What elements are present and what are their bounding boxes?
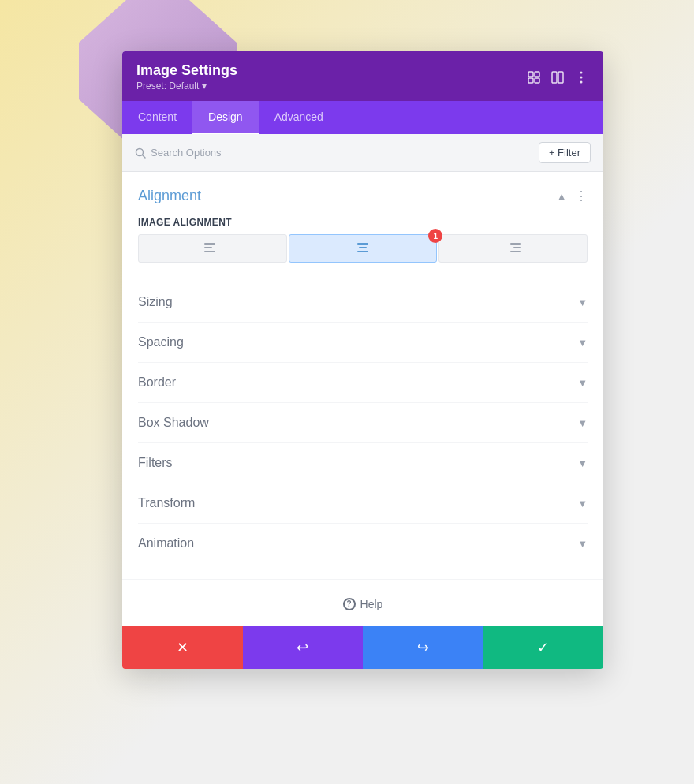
box-shadow-section-header[interactable]: Box Shadow ▼ (138, 416, 588, 430)
spacing-section: Spacing ▼ (138, 322, 588, 362)
spacing-section-title: Spacing (138, 335, 184, 349)
spacing-section-header[interactable]: Spacing ▼ (138, 335, 588, 349)
filters-section-title: Filters (138, 456, 173, 470)
modal-header: Image Settings Preset: Default ▾ (122, 51, 603, 101)
tab-design[interactable]: Design (192, 101, 259, 134)
filters-chevron-icon: ▼ (577, 457, 588, 469)
modal: Image Settings Preset: Default ▾ (122, 51, 603, 669)
border-chevron-icon: ▼ (577, 377, 588, 389)
svg-rect-3 (535, 78, 539, 83)
spacing-chevron-icon: ▼ (577, 337, 588, 349)
align-left-icon (204, 243, 220, 254)
modal-subtitle[interactable]: Preset: Default ▾ (136, 80, 237, 91)
columns-icon[interactable] (550, 69, 565, 85)
filters-section: Filters ▼ (138, 442, 588, 483)
svg-point-8 (580, 80, 583, 83)
svg-point-7 (580, 76, 583, 78)
sizing-section-title: Sizing (138, 295, 173, 309)
undo-icon: ↩ (297, 639, 308, 656)
search-placeholder[interactable]: Search Options (151, 147, 222, 159)
help-circle-icon: ? (343, 598, 356, 610)
cancel-button[interactable]: ✕ (122, 626, 243, 669)
align-center-button[interactable]: 1 (289, 234, 438, 263)
modal-header-icons (526, 69, 589, 85)
expand-icon[interactable] (526, 69, 542, 85)
image-alignment-label: Image Alignment (138, 217, 588, 228)
animation-section: Animation ▼ (138, 523, 588, 563)
section-menu-icon[interactable]: ⋮ (575, 189, 588, 203)
svg-rect-2 (528, 78, 533, 83)
sizing-section-header[interactable]: Sizing ▼ (138, 295, 588, 309)
help-section: ? Help (122, 579, 603, 626)
border-section-header[interactable]: Border ▼ (138, 375, 588, 390)
cancel-icon: ✕ (177, 639, 188, 656)
save-icon: ✓ (537, 639, 549, 656)
tab-content[interactable]: Content (122, 101, 192, 134)
alignment-buttons: 1 (138, 234, 588, 263)
alignment-section: Alignment ▲ ⋮ Image Alignment 1 (138, 188, 588, 263)
box-shadow-chevron-icon: ▼ (577, 417, 588, 429)
search-input-wrapper: Search Options (135, 147, 222, 159)
more-options-icon[interactable] (573, 69, 589, 85)
search-icon (135, 147, 146, 159)
undo-button[interactable]: ↩ (243, 626, 364, 669)
sizing-section: Sizing ▼ (138, 282, 588, 322)
box-shadow-section-title: Box Shadow (138, 416, 209, 430)
border-section: Border ▼ (138, 362, 588, 402)
box-shadow-section: Box Shadow ▼ (138, 402, 588, 442)
border-section-title: Border (138, 375, 176, 390)
animation-section-title: Animation (138, 536, 194, 551)
modal-tabs: Content Design Advanced (122, 101, 603, 134)
save-button[interactable]: ✓ (483, 626, 604, 669)
svg-rect-0 (528, 72, 533, 77)
help-label: Help (360, 598, 383, 610)
search-bar: Search Options + Filter (122, 134, 603, 172)
modal-footer: ✕ ↩ ↪ ✓ (122, 626, 603, 669)
align-right-icon (506, 243, 521, 254)
sizing-chevron-icon: ▼ (577, 297, 588, 308)
modal-header-left: Image Settings Preset: Default ▾ (136, 62, 237, 91)
tab-advanced[interactable]: Advanced (259, 101, 339, 134)
svg-line-10 (143, 155, 146, 158)
alignment-section-controls: ▲ ⋮ (556, 189, 588, 203)
svg-rect-1 (535, 72, 539, 77)
collapse-icon[interactable]: ▲ (556, 190, 567, 203)
align-left-button[interactable] (138, 234, 287, 263)
help-link[interactable]: ? Help (343, 598, 383, 610)
svg-rect-4 (552, 72, 557, 83)
filters-section-header[interactable]: Filters ▼ (138, 456, 588, 470)
redo-button[interactable]: ↪ (363, 626, 483, 669)
transform-chevron-icon: ▼ (577, 498, 588, 510)
transform-section-header[interactable]: Transform ▼ (138, 496, 588, 510)
animation-section-header[interactable]: Animation ▼ (138, 536, 588, 551)
transform-section: Transform ▼ (138, 483, 588, 523)
animation-chevron-icon: ▼ (577, 538, 588, 550)
svg-point-6 (580, 71, 583, 73)
alignment-section-header: Alignment ▲ ⋮ (138, 188, 588, 204)
modal-body: Alignment ▲ ⋮ Image Alignment 1 (122, 172, 603, 579)
svg-rect-5 (558, 72, 563, 83)
filter-button[interactable]: + Filter (539, 142, 591, 163)
transform-section-title: Transform (138, 496, 195, 510)
alignment-section-title: Alignment (138, 188, 201, 204)
redo-icon: ↪ (417, 639, 429, 656)
modal-title: Image Settings (136, 62, 237, 79)
align-right-button[interactable] (438, 234, 588, 263)
align-center-icon (355, 243, 371, 254)
